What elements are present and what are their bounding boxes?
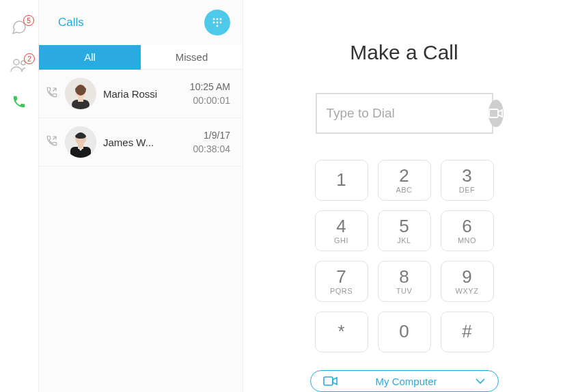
svg-point-0 xyxy=(14,59,19,65)
key-2[interactable]: 2ABC xyxy=(378,160,431,201)
key-4[interactable]: 4GHI xyxy=(315,210,368,251)
key-5[interactable]: 5JKL xyxy=(378,210,431,251)
svg-rect-18 xyxy=(489,109,498,117)
video-icon xyxy=(323,376,338,386)
dial-input[interactable] xyxy=(327,106,488,121)
key-7[interactable]: 7PQRS xyxy=(315,261,368,302)
keypad: 1 2ABC 3DEF 4GHI 5JKL 6MNO 7PQRS 8TUV 9W… xyxy=(315,160,494,352)
phone-icon xyxy=(12,94,27,109)
video-call-button[interactable] xyxy=(488,100,504,127)
call-name: James W... xyxy=(103,137,187,148)
dialpad-icon xyxy=(210,16,224,29)
device-label: My Computer xyxy=(338,376,475,387)
svg-point-7 xyxy=(220,22,222,24)
panel-header: Calls xyxy=(39,0,243,45)
key-6[interactable]: 6MNO xyxy=(441,210,494,251)
key-hash[interactable]: # xyxy=(441,311,494,352)
video-icon xyxy=(488,108,504,119)
svg-point-6 xyxy=(217,22,219,24)
call-time: 1/9/17 xyxy=(193,128,231,142)
avatar xyxy=(65,126,96,158)
key-star[interactable]: * xyxy=(315,311,368,352)
svg-rect-19 xyxy=(324,377,333,385)
call-name: Maria Rossi xyxy=(103,88,183,100)
dial-input-wrap xyxy=(316,93,493,134)
nav-chat[interactable]: 5 xyxy=(11,19,27,38)
chevron-down-icon xyxy=(475,378,486,384)
chat-badge: 5 xyxy=(23,15,34,26)
svg-rect-12 xyxy=(78,96,83,102)
svg-point-3 xyxy=(217,18,219,20)
svg-point-5 xyxy=(213,22,215,24)
call-meta: 1/9/17 00:38:04 xyxy=(193,128,231,156)
dialer-title: Make a Call xyxy=(350,41,458,64)
call-time: 10:25 AM xyxy=(190,80,230,94)
nav-contacts[interactable]: 2 xyxy=(10,57,28,75)
dialer-panel: Make a Call 1 2ABC 3DEF 4GHI 5JKL 6MNO 7… xyxy=(243,0,565,392)
panel-title: Calls xyxy=(58,16,84,29)
avatar xyxy=(65,78,96,109)
key-0[interactable]: 0 xyxy=(378,311,431,352)
svg-point-2 xyxy=(213,18,215,20)
call-duration: 00:00:01 xyxy=(190,94,230,107)
key-1[interactable]: 1 xyxy=(315,160,368,201)
call-meta: 10:25 AM 00:00:01 xyxy=(190,80,230,108)
svg-point-8 xyxy=(217,25,219,27)
calls-panel: Calls All Missed Maria Rossi 10:25 AM 00… xyxy=(38,0,243,392)
key-3[interactable]: 3DEF xyxy=(441,160,494,201)
call-tabs: All Missed xyxy=(39,45,243,70)
tab-missed[interactable]: Missed xyxy=(141,45,243,70)
outgoing-call-icon xyxy=(46,135,58,150)
key-8[interactable]: 8TUV xyxy=(378,261,431,302)
svg-point-4 xyxy=(220,18,222,20)
call-list: Maria Rossi 10:25 AM 00:00:01 James W...… xyxy=(39,70,243,392)
call-row[interactable]: Maria Rossi 10:25 AM 00:00:01 xyxy=(39,70,243,118)
call-duration: 00:38:04 xyxy=(193,142,231,156)
tab-all[interactable]: All xyxy=(39,45,141,70)
outgoing-call-icon xyxy=(46,86,58,101)
nav-calls[interactable] xyxy=(12,94,27,112)
device-select[interactable]: My Computer xyxy=(310,370,499,392)
key-9[interactable]: 9WXYZ xyxy=(441,261,494,302)
open-dialpad-button[interactable] xyxy=(204,10,230,36)
nav-rail: 5 2 xyxy=(0,0,38,392)
call-row[interactable]: James W... 1/9/17 00:38:04 xyxy=(39,118,243,167)
contacts-badge: 2 xyxy=(24,53,35,64)
